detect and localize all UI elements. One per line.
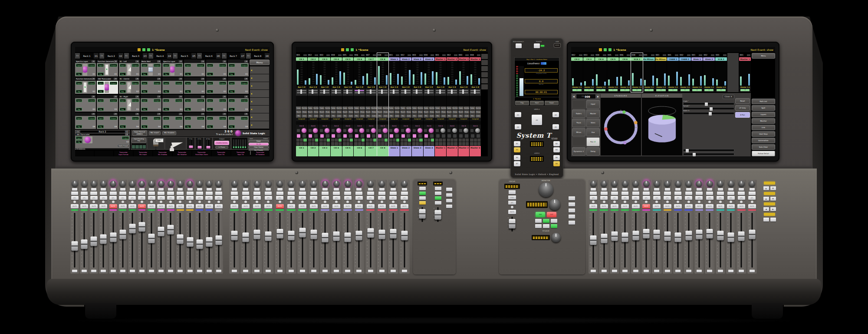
afl-button[interactable]: AFL	[90, 196, 98, 200]
meter-strip[interactable]: 001Mix-Minus 2Master 1-80	[655, 53, 667, 92]
nav-minus-button[interactable]: Minus	[572, 128, 585, 137]
channel-encoder-knob[interactable]	[168, 181, 174, 187]
fader-cap[interactable]	[288, 231, 294, 240]
input-chip[interactable]: Input	[207, 117, 213, 120]
fader-track[interactable]	[170, 213, 171, 268]
expand-arrow-icon[interactable]	[135, 60, 139, 63]
strip-square-button[interactable]	[367, 134, 370, 138]
output-chip[interactable]: Output	[154, 99, 161, 102]
fader-cap[interactable]	[254, 230, 260, 239]
mini-function-button[interactable]	[462, 142, 465, 146]
select-button[interactable]	[707, 270, 712, 272]
fx-slot-cell[interactable]: InputKeyOutput03	[97, 95, 118, 112]
mute-button[interactable]: MUTE	[299, 204, 306, 208]
afl-button[interactable]: AFL	[109, 196, 117, 200]
utility-fader[interactable]	[417, 206, 428, 223]
on-button[interactable]	[611, 192, 618, 195]
fader[interactable]	[388, 212, 398, 269]
input-chip[interactable]: Input	[163, 64, 169, 67]
fx-slot-cell[interactable]: B1 - CentreInputKeyOutput02	[119, 77, 140, 94]
touch-button[interactable]: Touch	[470, 110, 475, 114]
fader-cap[interactable]	[129, 224, 135, 234]
usb-port[interactable]	[554, 43, 561, 47]
meter-strip[interactable]: 001CHAN 1Master 1-80	[667, 53, 679, 92]
afl-button[interactable]: AFL	[205, 196, 213, 200]
function-button[interactable]	[379, 188, 385, 191]
select-button[interactable]	[91, 270, 96, 272]
strip-knob[interactable]	[383, 128, 388, 133]
fader-button[interactable]: Fader	[342, 106, 348, 110]
mute-button[interactable]: MUTE	[389, 204, 397, 208]
fader[interactable]	[128, 212, 137, 269]
slider-track[interactable]	[683, 103, 734, 105]
on-button[interactable]	[674, 192, 681, 195]
mute-button[interactable]: Mute	[476, 110, 481, 114]
function-button[interactable]	[232, 188, 237, 191]
fader[interactable]	[620, 212, 630, 269]
phase-button[interactable]	[655, 201, 658, 203]
strip-name-block[interactable]: CH 4	[331, 146, 342, 157]
key-chip[interactable]: Key	[207, 108, 213, 111]
input-chip[interactable]: Input	[76, 117, 82, 120]
channel-encoder-knob[interactable]	[138, 181, 145, 187]
pan-standard-panel[interactable]: STANDARD	[601, 94, 641, 155]
mute-button[interactable]: MUTE	[287, 204, 295, 208]
fader[interactable]	[747, 212, 757, 269]
on-button[interactable]	[632, 192, 639, 195]
afl-button[interactable]: AFL	[611, 196, 618, 200]
afl-button[interactable]: AFL	[177, 196, 184, 200]
mini-function-button[interactable]	[393, 142, 396, 146]
aux-sends-block[interactable]	[319, 89, 330, 96]
input-chip[interactable]: Input	[98, 64, 104, 67]
afl-button[interactable]: AFL	[128, 196, 136, 200]
function-button[interactable]	[356, 188, 362, 191]
phase-button[interactable]	[751, 201, 753, 203]
channel-strip[interactable]: 006CH 6Aux 1-8FaderMonitorTouchMuteMixAu…	[354, 53, 365, 156]
input-chip[interactable]: Input	[229, 82, 235, 85]
afl-button[interactable]: AFL	[717, 196, 724, 200]
select-button[interactable]	[345, 270, 350, 272]
select-button[interactable]	[207, 270, 212, 272]
key-chip[interactable]: Key	[163, 108, 169, 111]
mini-rack-item[interactable]: 360 Transcoder	[76, 133, 129, 136]
strip-square-button[interactable]	[401, 134, 405, 138]
channel-strip[interactable]: 002Master 2Aux 1-8FaderMonitorTouchMuteM…	[447, 53, 458, 156]
key-chip[interactable]: Key	[120, 125, 126, 128]
strip-square-button[interactable]	[477, 134, 480, 138]
select-button[interactable]	[665, 270, 670, 272]
output-chip[interactable]: Output	[154, 64, 161, 67]
strip-name-block[interactable]: Master 4	[470, 146, 481, 157]
mini-function-button[interactable]	[424, 142, 427, 146]
strip-knob[interactable]	[464, 128, 468, 133]
auto-button[interactable]: Auto	[348, 114, 353, 118]
phase-button[interactable]	[102, 201, 105, 203]
select-button[interactable]	[120, 270, 125, 272]
fader[interactable]	[166, 212, 175, 269]
channel-encoder-knob[interactable]	[100, 181, 107, 187]
fader-cap[interactable]	[749, 230, 755, 239]
nav-master-button[interactable]: Master	[586, 109, 600, 118]
channel-strip[interactable]: 002Stem 2Aux 1-8FaderMonitorTouchMuteMix…	[400, 53, 411, 156]
mini-function-button[interactable]	[378, 142, 381, 146]
expand-arrow-icon[interactable]	[135, 96, 139, 98]
on-button[interactable]	[378, 192, 385, 195]
expand-arrow-icon[interactable]	[179, 60, 182, 63]
function-button[interactable]	[665, 188, 670, 191]
expand-arrow-icon[interactable]	[223, 78, 226, 80]
channel-encoder-knob[interactable]	[749, 181, 755, 187]
touch-button[interactable]: Touch	[412, 110, 417, 114]
clear-master-button[interactable]: Clear Master	[249, 146, 269, 149]
monitor-source-button[interactable]	[543, 219, 549, 223]
utility-button[interactable]	[419, 187, 426, 190]
mini-function-button[interactable]	[362, 139, 365, 142]
mini-function-button[interactable]	[327, 142, 330, 146]
strip-square-button[interactable]	[326, 134, 329, 138]
reset-button[interactable]: Reset	[249, 140, 269, 142]
function-button[interactable]	[739, 188, 744, 191]
function-button[interactable]	[139, 188, 145, 191]
layer-up-button[interactable]: ▲	[763, 197, 769, 201]
phase-button[interactable]	[677, 201, 679, 203]
mini-function-button[interactable]	[477, 139, 480, 142]
fader-track[interactable]	[635, 213, 636, 268]
on-button[interactable]	[621, 192, 628, 195]
